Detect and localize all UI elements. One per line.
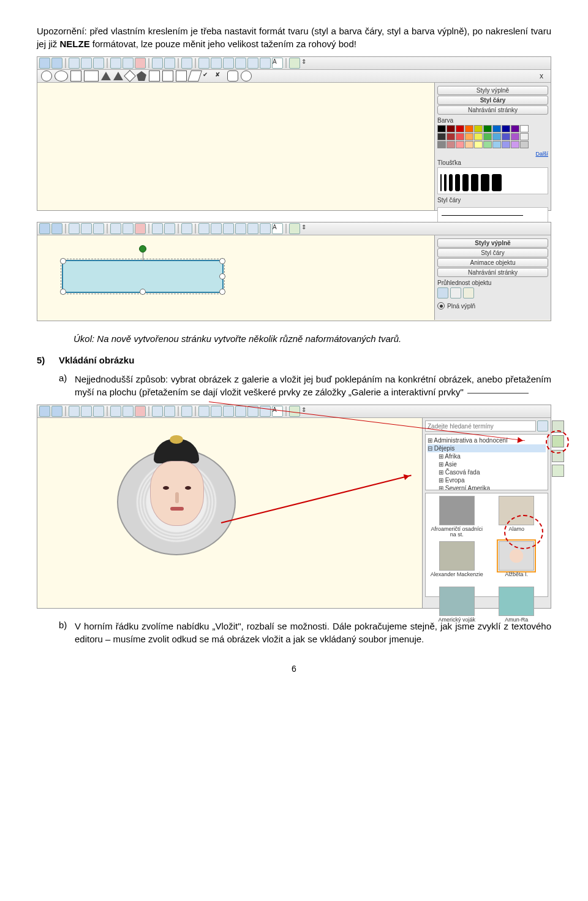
shape-icon[interactable] [260,223,271,234]
thumb-item[interactable]: Afroameričtí osadníci na st. [428,496,486,539]
triangle-icon[interactable] [101,72,111,80]
pointer-icon[interactable] [198,406,209,417]
nav-fwd-icon[interactable] [51,223,62,234]
arrow2-icon[interactable] [176,70,187,82]
rotate-handle[interactable] [139,245,146,253]
resize-handle[interactable] [60,258,66,264]
shape-icon[interactable] [260,58,271,69]
eraser-icon[interactable] [235,223,246,234]
resize-handle[interactable] [219,289,225,295]
canvas-2[interactable] [37,235,434,320]
props-icon[interactable] [289,223,300,234]
grid-icon[interactable] [181,406,192,417]
tree-row[interactable]: ⊞ Evropa [428,476,546,484]
eraser-icon[interactable] [235,58,246,69]
text-icon[interactable]: A [272,223,283,234]
x-icon[interactable]: ✘ [215,71,225,81]
resize-handle[interactable] [140,289,146,295]
grid-icon[interactable] [181,58,192,69]
pen2-icon[interactable] [223,58,234,69]
pen-icon[interactable] [211,223,222,234]
thumb-item[interactable]: Americký voják [428,587,486,629]
oval-icon[interactable] [55,70,68,82]
open-icon[interactable] [69,58,80,69]
redo-icon[interactable] [123,58,134,69]
callout-icon[interactable] [227,70,238,82]
triangle2-icon[interactable] [113,72,123,80]
screen2-icon[interactable] [164,406,175,417]
tree-row[interactable]: ⊞ Severní Amerika [428,484,546,490]
screen2-icon[interactable] [164,223,175,234]
undo-icon[interactable] [110,223,121,234]
thumb-item[interactable]: Alexander Mackenzie [428,541,486,584]
screen2-icon[interactable] [164,58,175,69]
check-icon[interactable]: ✔ [203,71,213,81]
paste-icon[interactable] [93,406,104,417]
panel-btn-nahravani[interactable]: Nahrávání stránky [437,105,548,115]
arrow-icon[interactable] [162,70,173,82]
nav-fwd-icon[interactable] [51,58,62,69]
tree-row[interactable]: ⊞ Afrika [428,452,546,460]
open-icon[interactable] [69,406,80,417]
panel-btn-styly-vyplne[interactable]: Styly výplně [437,238,548,248]
canvas-3[interactable] [37,418,422,608]
delete-icon[interactable] [135,406,146,417]
dalsi-link[interactable]: Další [437,151,548,157]
category-tree[interactable]: ⊞ Administrativa a hodnocení ⊟ Dějepis ⊞… [425,434,548,490]
tab-icon[interactable] [552,465,564,477]
hexagon-icon[interactable] [149,70,160,82]
pentagon-icon[interactable] [137,71,146,81]
nav-back-icon[interactable] [39,223,50,234]
redo-icon[interactable] [123,406,134,417]
nav-back-icon[interactable] [39,406,50,417]
move-icon[interactable]: ⇕ [301,224,311,234]
panel-btn-animace[interactable]: Animace objektu [437,258,548,267]
close-x[interactable]: x [536,72,547,80]
selected-rectangle[interactable] [62,260,224,293]
tree-row[interactable]: ⊞ Asie [428,460,546,468]
search-icon[interactable] [537,420,548,431]
move-icon[interactable]: ⇕ [301,58,311,68]
diamond-icon[interactable] [124,70,136,82]
square-icon[interactable] [70,70,81,82]
line-icon[interactable] [247,58,258,69]
panel-btn-styl-cary[interactable]: Styl čáry [437,248,548,257]
redo-icon[interactable] [123,223,134,234]
undo-icon[interactable] [110,58,121,69]
tree-row[interactable]: ⊟ Dějepis [428,444,546,452]
circle-icon[interactable] [41,70,52,82]
text-icon[interactable]: A [272,58,283,69]
line-icon[interactable] [247,223,258,234]
pen2-icon[interactable] [223,223,234,234]
nav-fwd-icon[interactable] [51,406,62,417]
save-icon[interactable] [81,406,92,417]
fill-radio[interactable]: Plná výplň [437,302,548,310]
open-icon[interactable] [69,223,80,234]
eraser-icon[interactable] [235,406,246,417]
resize-handle[interactable] [60,289,66,295]
pointer-icon[interactable] [198,223,209,234]
pen-icon[interactable] [211,406,222,417]
trans-icon[interactable] [437,287,448,298]
pointer-icon[interactable] [198,58,209,69]
pen-icon[interactable] [211,58,222,69]
panel-btn-styl-cary[interactable]: Styl čáry [437,96,548,105]
panel-btn-nahravani[interactable]: Nahrávání stránky [437,268,548,277]
screen-icon[interactable] [152,58,163,69]
resize-handle[interactable] [219,258,225,264]
paste-icon[interactable] [93,58,104,69]
nav-back-icon[interactable] [39,58,50,69]
save-icon[interactable] [81,223,92,234]
trans-icon[interactable] [463,287,474,298]
screen-icon[interactable] [152,406,163,417]
undo-icon[interactable] [110,406,121,417]
save-icon[interactable] [81,58,92,69]
queen-image[interactable] [117,449,236,555]
tree-row[interactable]: ⊞ Administrativa a hodnocení [428,436,546,444]
text-icon[interactable]: A [272,406,283,417]
move-icon[interactable]: ⇕ [301,406,311,416]
panel-btn-styly-vyplne[interactable]: Styly výplně [437,86,548,95]
pen2-icon[interactable] [223,406,234,417]
delete-icon[interactable] [135,223,146,234]
resize-handle[interactable] [219,273,225,279]
